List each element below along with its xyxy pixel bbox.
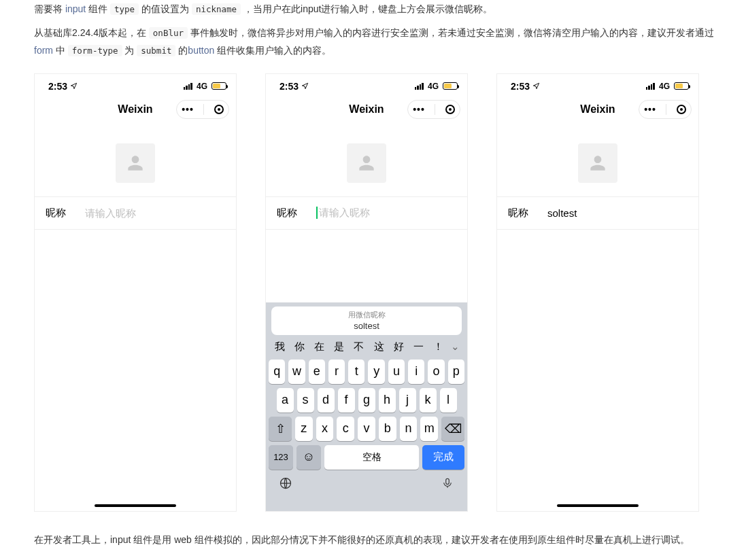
home-indicator <box>95 504 176 507</box>
backspace-key[interactable]: ⌫ <box>441 417 464 441</box>
candidate[interactable]: 是 <box>329 340 349 353</box>
globe-icon[interactable] <box>278 476 293 491</box>
battery-icon <box>674 82 689 90</box>
nickname-label: 昵称 <box>508 207 547 220</box>
capsule-menu[interactable]: ••• <box>407 100 460 119</box>
status-bar: 2:53 4G <box>35 74 236 94</box>
key[interactable]: y <box>368 360 384 384</box>
capsule-menu[interactable]: ••• <box>176 100 229 119</box>
key[interactable]: b <box>379 417 396 441</box>
key[interactable]: w <box>288 360 305 384</box>
space-key[interactable]: 空格 <box>324 445 419 470</box>
code-form-type: form-type <box>68 45 122 56</box>
paragraph-3: 在开发者工具上，input 组件是用 web 组件模拟的，因此部分情况下并不能很… <box>34 531 726 549</box>
nickname-placeholder: 请输入昵称 <box>319 207 370 220</box>
location-icon <box>70 81 78 92</box>
key[interactable]: z <box>295 417 313 441</box>
phone-screenshot-1: 2:53 4G Weixin ••• <box>34 73 237 512</box>
candidate[interactable]: 你 <box>290 340 309 353</box>
candidate[interactable]: ！ <box>428 340 448 353</box>
key[interactable]: d <box>318 388 335 413</box>
candidate-row: 我 你 在 是 不 这 好 一 ！ ⌄ <box>266 335 467 357</box>
capsule-menu[interactable]: ••• <box>639 100 692 119</box>
key[interactable]: l <box>440 388 457 413</box>
more-icon[interactable]: ••• <box>644 105 656 114</box>
svg-rect-1 <box>446 478 450 484</box>
key[interactable]: h <box>379 388 396 413</box>
status-bar: 2:53 4G <box>266 74 467 94</box>
person-icon <box>356 152 377 174</box>
key[interactable]: s <box>297 388 314 413</box>
close-target-icon[interactable] <box>214 105 224 114</box>
key[interactable]: f <box>338 388 355 413</box>
candidate[interactable]: 好 <box>389 340 409 353</box>
status-time: 2:53 <box>279 81 299 92</box>
candidate[interactable]: 在 <box>309 340 329 353</box>
signal-icon <box>646 83 655 90</box>
key[interactable]: g <box>358 388 375 413</box>
numbers-key[interactable]: 123 <box>269 445 293 470</box>
nickname-suggestion[interactable]: 用微信昵称 soltest <box>271 307 462 335</box>
key[interactable]: m <box>420 417 438 441</box>
nickname-input[interactable] <box>85 207 225 219</box>
paragraph-1: 需要将 input 组件 type 的值设置为 nickname ，当用户在此i… <box>34 0 726 18</box>
key[interactable]: c <box>337 417 354 441</box>
avatar-placeholder[interactable] <box>116 143 155 183</box>
key-row-2: a s d f g h j k l <box>266 386 467 415</box>
code-type: type <box>110 3 139 15</box>
key[interactable]: u <box>388 360 405 384</box>
key[interactable]: p <box>448 360 464 384</box>
nav-title: Weixin <box>118 103 152 116</box>
signal-icon <box>415 83 424 90</box>
avatar-placeholder[interactable] <box>347 143 386 183</box>
candidate[interactable]: 一 <box>409 340 428 353</box>
emoji-key[interactable]: ☺ <box>296 445 321 470</box>
mic-icon[interactable] <box>440 476 455 491</box>
nav-bar: Weixin ••• <box>497 94 698 124</box>
nickname-row: 昵称 <box>497 196 698 230</box>
home-indicator <box>557 504 639 507</box>
status-time: 2:53 <box>48 81 67 92</box>
signal-icon <box>184 83 192 90</box>
nav-title: Weixin <box>349 103 384 116</box>
nickname-input[interactable] <box>547 207 688 219</box>
key[interactable]: j <box>399 388 416 413</box>
candidate[interactable]: 这 <box>369 340 389 353</box>
nav-bar: Weixin ••• <box>266 94 467 124</box>
location-icon <box>532 81 540 92</box>
key[interactable]: x <box>316 417 334 441</box>
keyboard-bottom-row <box>266 472 467 491</box>
nav-title: Weixin <box>580 103 615 116</box>
shift-key[interactable]: ⇧ <box>269 417 292 441</box>
nickname-label: 昵称 <box>277 207 316 220</box>
key[interactable]: q <box>269 360 285 384</box>
chevron-down-icon[interactable]: ⌄ <box>448 340 463 353</box>
candidate[interactable]: 我 <box>270 340 290 353</box>
key[interactable]: o <box>428 360 444 384</box>
done-key[interactable]: 完成 <box>422 445 464 470</box>
key[interactable]: i <box>408 360 424 384</box>
close-target-icon[interactable] <box>677 105 686 114</box>
key[interactable]: r <box>328 360 345 384</box>
candidate[interactable]: 不 <box>349 340 369 353</box>
keyboard: 用微信昵称 soltest 我 你 在 是 不 这 好 一 ！ ⌄ q w e … <box>266 302 467 511</box>
key[interactable]: k <box>420 388 437 413</box>
key[interactable]: n <box>400 417 418 441</box>
key[interactable]: v <box>358 417 375 441</box>
link-input[interactable]: input <box>65 3 86 14</box>
close-target-icon[interactable] <box>445 105 455 114</box>
more-icon[interactable]: ••• <box>413 105 425 114</box>
code-onblur: onBlur <box>149 27 188 39</box>
key-row-4: 123 ☺ 空格 完成 <box>266 443 467 472</box>
text-cursor <box>316 207 318 219</box>
key[interactable]: e <box>309 360 325 384</box>
link-form[interactable]: form <box>34 45 53 56</box>
key[interactable]: a <box>277 388 294 413</box>
status-time: 2:53 <box>511 81 530 92</box>
avatar-placeholder[interactable] <box>578 143 617 183</box>
suggestion-value: soltest <box>271 321 462 331</box>
key[interactable]: t <box>348 360 364 384</box>
more-icon[interactable]: ••• <box>182 105 194 114</box>
location-icon <box>301 81 309 92</box>
link-button[interactable]: button <box>188 45 214 56</box>
